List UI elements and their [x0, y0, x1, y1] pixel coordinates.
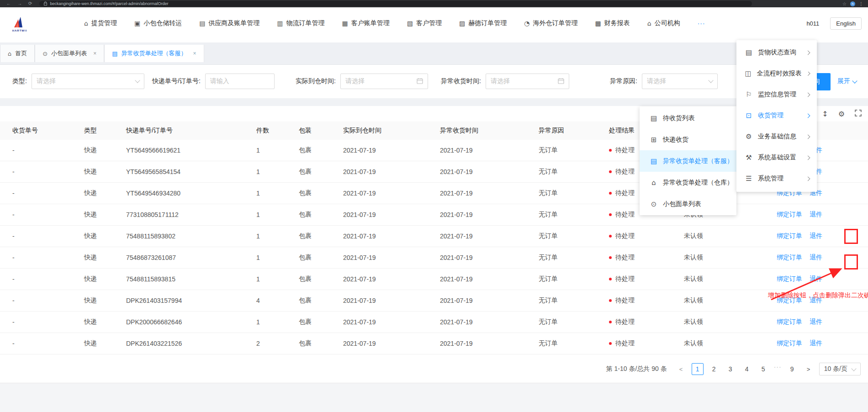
- menu-item-sub-3[interactable]: ⌂异常收货单处理（仓库）: [640, 172, 736, 193]
- page-button-9[interactable]: 9: [786, 363, 798, 375]
- cell-status: 待处理: [597, 318, 672, 326]
- chevron-down-icon: [852, 78, 857, 83]
- bind-order-link[interactable]: 绑定订单: [777, 254, 802, 262]
- header-cell-6: 异常收货时间: [428, 127, 526, 135]
- browser-forward-icon[interactable]: →: [17, 1, 22, 6]
- menu-item-label: 异常收货单处理（仓库）: [663, 179, 733, 187]
- tab-0[interactable]: ⌂首页: [0, 45, 35, 62]
- cell-status: 待处理: [597, 275, 672, 283]
- tab-2[interactable]: ▤异常收货单处理（客服）×: [104, 45, 204, 62]
- menu-item-label: 异常收货单处理（客服）: [663, 157, 733, 165]
- page-ellipsis[interactable]: ···: [774, 363, 782, 375]
- fullscreen-icon[interactable]: [855, 110, 862, 118]
- cell-actions: 绑定订单退件: [764, 275, 868, 283]
- status-label: 待处理: [615, 232, 635, 240]
- chevron-right-icon: [806, 71, 810, 75]
- cell-receipt: -: [0, 275, 72, 283]
- cell-qty: 1: [244, 211, 286, 218]
- nav-item-9[interactable]: ⌂公司机构: [647, 19, 680, 27]
- menu-item-sub-2[interactable]: ▤异常收货单处理（客服）: [640, 150, 736, 172]
- browser-avatar[interactable]: h: [850, 1, 855, 6]
- menu-item-label: 业务基础信息: [758, 132, 796, 141]
- column-height-icon[interactable]: ↕: [822, 110, 828, 118]
- return-item-link[interactable]: 退件: [810, 232, 822, 240]
- menu-item-icon: ⌂: [650, 179, 658, 187]
- bind-order-link[interactable]: 绑定订单: [777, 211, 802, 219]
- page-button-5[interactable]: 5: [757, 363, 769, 375]
- nav-item-5[interactable]: ▧客户管理: [407, 19, 442, 27]
- nav-item-4[interactable]: ▦客户账单管理: [342, 19, 390, 27]
- username-label: h011: [806, 20, 819, 27]
- nav-item-label: 赫德订单管理: [468, 19, 507, 27]
- bind-order-link[interactable]: 绑定订单: [777, 318, 802, 326]
- language-toggle-button[interactable]: English: [830, 17, 862, 30]
- filter-select[interactable]: 请选择: [32, 74, 144, 89]
- browser-back-icon[interactable]: ←: [6, 1, 11, 6]
- cell-arrived: 2021-07-19: [331, 254, 428, 261]
- nav-item-8[interactable]: ▩财务报表: [595, 19, 630, 27]
- cell-receipt: -: [0, 168, 72, 175]
- expand-toggle[interactable]: 展开: [837, 77, 857, 85]
- page-size-select[interactable]: 10 条/页: [819, 363, 861, 375]
- nav-item-icon: ▤: [199, 20, 205, 27]
- tab-label: 首页: [15, 49, 27, 58]
- menu-item-main-4[interactable]: ⚙业务基础信息: [736, 126, 817, 147]
- menu-item-sub-1[interactable]: ⊞快递收货: [640, 129, 736, 150]
- nav-item-0[interactable]: ⌂提货管理: [84, 19, 117, 27]
- filter-text-input[interactable]: 请输入: [205, 74, 275, 89]
- return-item-link[interactable]: 退件: [810, 318, 822, 326]
- page-button-4[interactable]: 4: [741, 363, 753, 375]
- return-item-link[interactable]: 退件: [810, 254, 822, 262]
- tab-close-icon[interactable]: ×: [193, 50, 196, 57]
- browser-refresh-icon[interactable]: ⟳: [28, 1, 32, 6]
- cell-abnormal: 2021-07-19: [428, 147, 526, 154]
- bind-order-link[interactable]: 绑定订单: [777, 232, 802, 240]
- browser-menu-icon[interactable]: ⋮: [859, 1, 863, 6]
- bind-order-link[interactable]: 绑定订单: [777, 275, 802, 283]
- bookmark-star-icon[interactable]: ☆: [842, 1, 847, 6]
- nav-item-7[interactable]: ◔海外仓订单管理: [524, 19, 577, 27]
- cell-receipt: -: [0, 297, 72, 304]
- nav-item-2[interactable]: ▤供应商及账单管理: [199, 19, 259, 27]
- menu-item-main-5[interactable]: ⚒系统基础设置: [736, 147, 817, 168]
- cell-receipt: -: [0, 190, 72, 197]
- status-dot-icon: [609, 170, 612, 173]
- cell-pack: 包裹: [286, 211, 331, 219]
- nav-item-3[interactable]: ▥物流订单管理: [277, 19, 324, 27]
- return-item-link[interactable]: 退件: [810, 339, 822, 348]
- menu-item-main-6[interactable]: ☰系统管理: [736, 168, 817, 189]
- settings-gear-icon[interactable]: ⚙: [838, 110, 845, 118]
- menu-item-main-3[interactable]: ⊡收货管理: [736, 105, 817, 126]
- menu-item-main-0[interactable]: ▤货物状态查询: [736, 42, 817, 63]
- menu-item-main-2[interactable]: ⚐监控信息管理: [736, 84, 817, 105]
- cell-arrived: 2021-07-19: [331, 297, 428, 304]
- cell-status: 待处理: [597, 232, 672, 240]
- return-item-link[interactable]: 退件: [810, 211, 822, 219]
- menu-item-sub-4[interactable]: ⊙小包面单列表: [640, 193, 736, 215]
- next-page-button[interactable]: >: [803, 363, 815, 375]
- status-dot-icon: [609, 192, 612, 195]
- bind-order-link[interactable]: 绑定订单: [777, 339, 802, 348]
- nav-item-6[interactable]: ▨赫德订单管理: [459, 19, 507, 27]
- company-logo: HARTWII: [9, 15, 30, 32]
- return-item-link[interactable]: 退件: [810, 275, 822, 283]
- filter-select[interactable]: 请选择: [642, 74, 718, 89]
- tab-1[interactable]: ⊙小包面单列表×: [35, 45, 104, 62]
- filter-date-input[interactable]: 请选择: [340, 74, 428, 89]
- page-button-2[interactable]: 2: [708, 363, 720, 375]
- cell-receipt: -: [0, 340, 72, 347]
- prev-page-button[interactable]: <: [675, 363, 687, 375]
- tab-close-icon[interactable]: ×: [93, 50, 96, 57]
- nav-item-label: 小包仓储转运: [143, 19, 182, 27]
- tab-label: 异常收货单处理（客服）: [121, 49, 186, 58]
- filter-date-input[interactable]: 请选择: [486, 74, 569, 89]
- page-button-1[interactable]: 1: [692, 363, 704, 375]
- nav-item-1[interactable]: ▣小包仓储转运: [134, 19, 182, 27]
- menu-item-sub-0[interactable]: ▤待收货列表: [640, 107, 736, 129]
- url-bar[interactable]: beckangingihare-wen.thmazi.com/#/parcel-…: [39, 1, 752, 6]
- page-button-3[interactable]: 3: [725, 363, 736, 375]
- tab-label: 小包面单列表: [51, 49, 87, 58]
- nav-more-button[interactable]: ···: [698, 20, 705, 27]
- menu-item-main-1[interactable]: ◫全流程时效报表: [736, 63, 817, 84]
- status-label: 待处理: [615, 318, 635, 326]
